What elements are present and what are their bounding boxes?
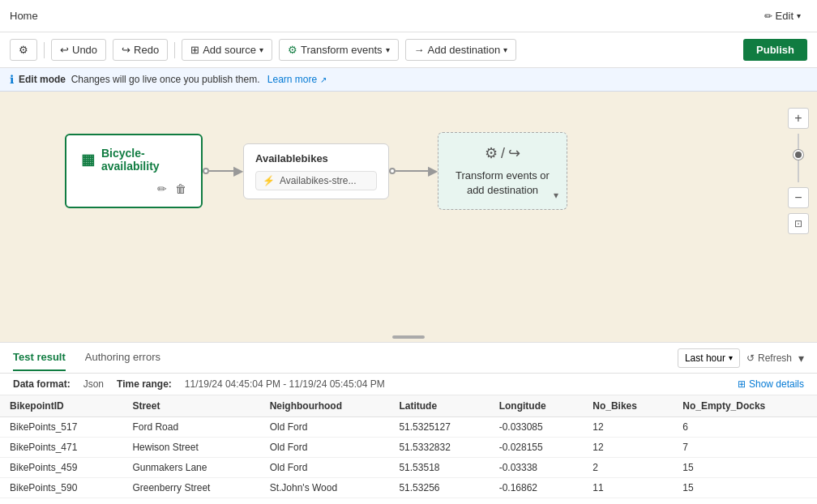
info-icon: ℹ <box>10 73 14 86</box>
zoom-slider <box>788 134 809 182</box>
zoom-controls: + − ⊡ <box>788 108 809 234</box>
redo-button[interactable]: ↪ Redo <box>113 39 168 61</box>
info-message: Edit mode Changes will go live once you … <box>19 74 263 85</box>
add-destination-button[interactable]: → Add destination ▾ <box>405 39 517 61</box>
canvas: ▦ Bicycle-availability ✏ 🗑 ▶ Availablebi… <box>0 92 817 342</box>
col-neighbourhood: Neighbourhood <box>260 395 390 417</box>
top-bar-right: ✏ Edit ▾ <box>758 6 807 25</box>
stream-node-title: Availablebikes <box>255 152 377 164</box>
info-bar: ℹ Edit mode Changes will go live once yo… <box>0 68 817 92</box>
source-node[interactable]: ▦ Bicycle-availability ✏ 🗑 <box>65 134 203 208</box>
flow-container: ▦ Bicycle-availability ✏ 🗑 ▶ Availablebi… <box>65 132 567 210</box>
chevron-down-icon: ▾ <box>797 11 801 20</box>
col-bikepointid: BikepointID <box>0 395 122 417</box>
table-header-row: BikepointID Street Neighbourhood Latitud… <box>0 395 817 417</box>
dest-gear-icon: ⚙ <box>485 144 498 162</box>
table-row: BikePoints_471Hewison StreetOld Ford51.5… <box>0 438 817 458</box>
connector-dot-1 <box>203 168 209 174</box>
chevron-down-icon-transform: ▾ <box>386 45 390 54</box>
last-hour-select[interactable]: Last hour ▾ <box>678 348 740 368</box>
data-format-value: Json <box>83 378 104 390</box>
source-delete-button[interactable]: 🗑 <box>175 182 186 195</box>
transform-icon: ⚙ <box>288 44 297 56</box>
connector-1: ▶ <box>203 164 243 177</box>
col-latitude: Latitude <box>389 395 489 417</box>
zoom-fit-button[interactable]: ⊡ <box>788 213 809 234</box>
stream-icon: ⚡ <box>263 175 275 186</box>
table-row: BikePoints_394Aberdeen PlaceSt. John's W… <box>0 498 817 505</box>
data-table: BikepointID Street Neighbourhood Latitud… <box>0 395 817 504</box>
tab-test-result[interactable]: Test result <box>13 344 66 371</box>
table-row: BikePoints_590Greenberry StreetSt.John's… <box>0 478 817 498</box>
zoom-line <box>798 134 799 182</box>
toolbar-divider-1 <box>44 42 45 58</box>
refresh-icon: ↺ <box>746 352 755 364</box>
panel-tab-actions: Last hour ▾ ↺ Refresh ▾ <box>678 348 804 368</box>
stream-node-item: ⚡ Availabikes-stre... <box>255 171 377 190</box>
table-row: BikePoints_517Ford RoadOld Ford51.532512… <box>0 417 817 438</box>
table-row: BikePoints_459Gunmakers LaneOld Ford51.5… <box>0 458 817 478</box>
show-details-button[interactable]: ⊞ Show details <box>738 378 804 390</box>
toolbar-divider-2 <box>174 42 175 58</box>
arrow-2: ▶ <box>428 164 438 177</box>
undo-icon: ↩ <box>60 44 69 56</box>
time-range-label: Time range: <box>117 378 172 390</box>
time-range-value: 11/19/24 04:45:04 PM - 11/19/24 05:45:04… <box>185 378 385 390</box>
edit-button[interactable]: ✏ Edit ▾ <box>758 6 807 25</box>
arrow-1: ▶ <box>233 164 243 177</box>
data-table-container: BikepointID Street Neighbourhood Latitud… <box>0 395 817 504</box>
refresh-button[interactable]: ↺ Refresh <box>746 352 792 364</box>
zoom-in-button[interactable]: + <box>788 108 809 129</box>
col-noemptydocks: No_Empty_Docks <box>673 395 817 417</box>
gear-icon: ⚙ <box>19 44 28 56</box>
toolbar: ⚙ ↩ Undo ↪ Redo ⊞ Add source ▾ ⚙ Transfo… <box>0 32 817 68</box>
data-info-bar: Data format: Json Time range: 11/19/24 0… <box>0 374 817 395</box>
table-icon: ⊞ <box>738 378 746 390</box>
transform-events-button[interactable]: ⚙ Transform events ▾ <box>279 39 399 61</box>
data-format-label: Data format: <box>13 378 71 390</box>
external-link-icon: ↗ <box>320 75 327 84</box>
stream-node[interactable]: Availablebikes ⚡ Availabikes-stre... <box>243 143 389 199</box>
breadcrumb-area: Home <box>10 10 38 22</box>
bottom-panel: Test result Authoring errors Last hour ▾… <box>0 342 817 504</box>
connector-dot-2 <box>389 168 396 174</box>
publish-button[interactable]: Publish <box>743 39 807 61</box>
tab-authoring-errors[interactable]: Authoring errors <box>85 344 160 371</box>
chevron-down-icon-hour: ▾ <box>729 353 733 362</box>
col-nobikes: No_Bikes <box>583 395 673 417</box>
zoom-handle[interactable] <box>793 150 803 160</box>
source-edit-button[interactable]: ✏ <box>157 182 167 195</box>
zoom-out-button[interactable]: − <box>788 187 809 208</box>
dest-node-text: Transform events or add destination <box>453 169 552 198</box>
add-source-icon: ⊞ <box>190 44 199 56</box>
dest-chevron-icon: ▾ <box>554 190 558 201</box>
dest-export-icon: ↪ <box>508 144 520 162</box>
col-street: Street <box>122 395 259 417</box>
expand-panel-button[interactable]: ▾ <box>798 352 804 365</box>
settings-button[interactable]: ⚙ <box>10 39 37 61</box>
connector-2: ▶ <box>389 164 438 177</box>
canvas-scroll-handle <box>392 335 425 339</box>
learn-more-link[interactable]: Learn more ↗ <box>267 74 327 85</box>
destination-node[interactable]: ⚙ / ↪ Transform events or add destinatio… <box>438 132 567 210</box>
chevron-down-icon-source: ▾ <box>259 45 263 54</box>
pencil-icon: ✏ <box>764 11 772 22</box>
line-1 <box>209 170 233 172</box>
panel-tabs: Test result Authoring errors Last hour ▾… <box>0 343 817 374</box>
line-2 <box>396 170 428 172</box>
add-source-button[interactable]: ⊞ Add source ▾ <box>182 39 272 61</box>
top-bar: Home ✏ Edit ▾ <box>0 0 817 32</box>
add-dest-icon: → <box>414 44 425 56</box>
source-node-title: Bicycle-availability <box>101 147 186 173</box>
source-node-icon: ▦ <box>81 151 95 169</box>
col-longitude: Longitude <box>490 395 584 417</box>
breadcrumb: Home <box>10 10 38 22</box>
chevron-down-icon-dest: ▾ <box>503 45 507 54</box>
undo-button[interactable]: ↩ Undo <box>51 39 106 61</box>
redo-icon: ↪ <box>122 44 130 56</box>
